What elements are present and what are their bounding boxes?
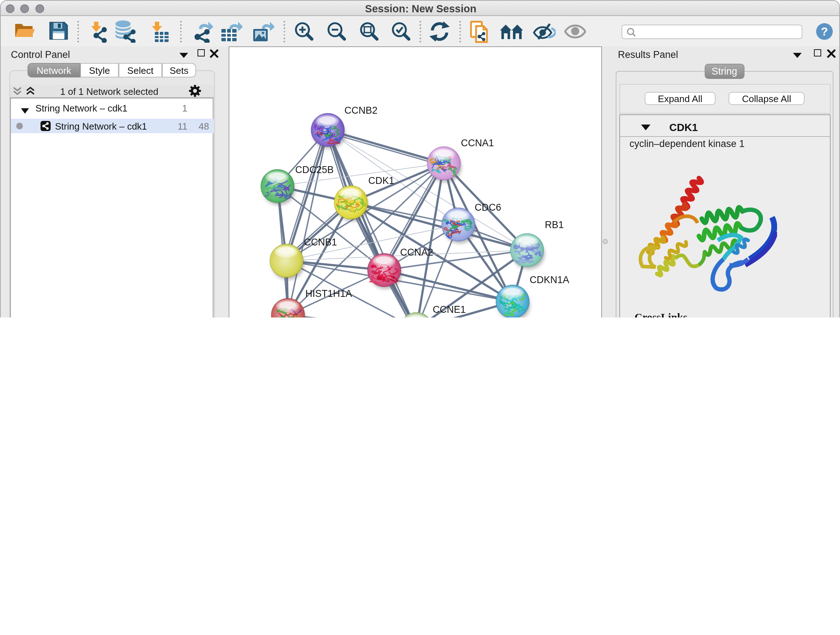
svg-text:CCNB1: CCNB1 [304,237,337,248]
svg-text:HIST1H1A: HIST1H1A [305,288,352,299]
svg-text:CCNB2: CCNB2 [344,105,378,116]
svg-text:CCNE1: CCNE1 [433,304,466,315]
svg-text:CCNA1: CCNA1 [461,138,494,149]
svg-text:?: ? [821,25,828,38]
svg-text:RB1: RB1 [545,219,564,230]
svg-text:CCNA2: CCNA2 [400,247,433,258]
svg-text:CDC6: CDC6 [475,202,501,213]
svg-text:CDC25B: CDC25B [295,165,334,175]
svg-text:CDK1: CDK1 [368,175,394,186]
svg-text:CDKN1A: CDKN1A [530,274,569,285]
